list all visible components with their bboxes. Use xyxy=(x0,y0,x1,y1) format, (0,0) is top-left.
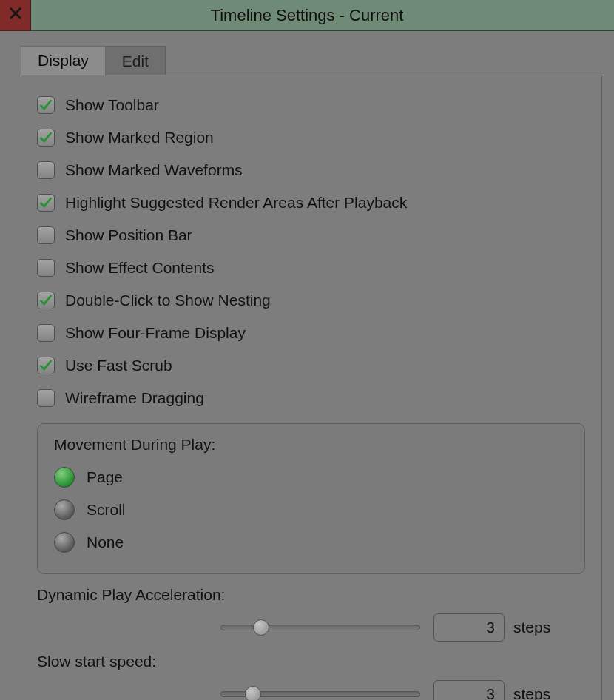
checkbox-show-position-bar[interactable] xyxy=(37,226,55,244)
check-row-show-marked-region: Show Marked Region xyxy=(37,121,585,154)
check-row-wireframe-dragging: Wireframe Dragging xyxy=(37,382,585,414)
checkbox-label: Highlight Suggested Render Areas After P… xyxy=(65,194,407,212)
checkbox-show-effect-contents[interactable] xyxy=(37,259,55,277)
checkbox-label: Show Marked Waveforms xyxy=(65,161,243,179)
checkbox-label: Wireframe Dragging xyxy=(65,389,204,407)
titlebar: Timeline Settings - Current xyxy=(0,0,614,31)
radio-label: None xyxy=(87,534,124,551)
checkbox-show-marked-waveforms[interactable] xyxy=(37,161,55,179)
tab-label: Display xyxy=(38,52,89,70)
group-title: Movement During Play: xyxy=(54,436,568,454)
checkbox-highlight-render-areas[interactable] xyxy=(37,194,55,212)
checkbox-show-toolbar[interactable] xyxy=(37,96,55,114)
dynamic-accel-input[interactable] xyxy=(433,613,505,642)
slow-start-slider[interactable] xyxy=(220,691,420,697)
checkbox-label: Show Toolbar xyxy=(65,96,159,114)
radio-row-none: None xyxy=(54,526,568,559)
tab-display[interactable]: Display xyxy=(21,46,106,75)
checkbox-label: Show Position Bar xyxy=(65,226,192,244)
dynamic-accel-slider[interactable] xyxy=(220,625,420,630)
checkbox-label: Show Four-Frame Display xyxy=(65,324,246,342)
slow-start-input[interactable] xyxy=(433,680,505,700)
radio-scroll[interactable] xyxy=(54,499,75,520)
radio-label: Page xyxy=(87,468,123,486)
radio-row-scroll: Scroll xyxy=(54,494,568,526)
check-row-show-four-frame: Show Four-Frame Display xyxy=(37,317,585,349)
radio-none[interactable] xyxy=(54,532,75,553)
tab-edit[interactable]: Edit xyxy=(105,46,166,75)
checkbox-wireframe-dragging[interactable] xyxy=(37,389,55,407)
check-row-show-marked-waveforms: Show Marked Waveforms xyxy=(37,154,585,186)
checkbox-show-marked-region[interactable] xyxy=(37,129,55,147)
checkbox-label: Show Effect Contents xyxy=(65,259,215,277)
unit-label: steps xyxy=(513,619,550,636)
check-row-show-position-bar: Show Position Bar xyxy=(37,219,585,252)
checkbox-label: Show Marked Region xyxy=(65,129,214,147)
check-row-use-fast-scrub: Use Fast Scrub xyxy=(37,349,585,382)
movement-during-play-group: Movement During Play: Page Scroll None xyxy=(37,423,585,574)
dynamic-accel-row: steps xyxy=(220,611,585,644)
unit-label: steps xyxy=(513,685,550,700)
check-row-show-effect-contents: Show Effect Contents xyxy=(37,252,585,284)
radio-row-page: Page xyxy=(54,461,568,494)
slider-thumb[interactable] xyxy=(245,686,261,700)
check-row-highlight-render-areas: Highlight Suggested Render Areas After P… xyxy=(37,186,585,219)
checkbox-show-four-frame[interactable] xyxy=(37,324,55,342)
checkbox-label: Use Fast Scrub xyxy=(65,357,172,374)
display-panel: Show Toolbar Show Marked Region Show Mar… xyxy=(21,75,602,700)
tab-label: Edit xyxy=(122,53,149,70)
close-icon xyxy=(7,5,24,25)
check-row-double-click-nesting: Double-Click to Show Nesting xyxy=(37,284,585,317)
radio-label: Scroll xyxy=(87,501,126,519)
slow-start-label: Slow start speed: xyxy=(37,653,585,670)
checkbox-label: Double-Click to Show Nesting xyxy=(65,292,271,309)
tabstrip: Display Edit xyxy=(21,44,614,75)
dynamic-accel-label: Dynamic Play Acceleration: xyxy=(37,586,585,604)
close-button[interactable] xyxy=(0,0,31,31)
check-row-show-toolbar: Show Toolbar xyxy=(37,89,585,121)
radio-page[interactable] xyxy=(54,467,75,488)
slider-thumb[interactable] xyxy=(253,619,269,636)
checkbox-double-click-nesting[interactable] xyxy=(37,292,55,309)
window-title: Timeline Settings - Current xyxy=(0,6,614,25)
checkbox-use-fast-scrub[interactable] xyxy=(37,357,55,374)
slow-start-row: steps xyxy=(220,678,585,700)
